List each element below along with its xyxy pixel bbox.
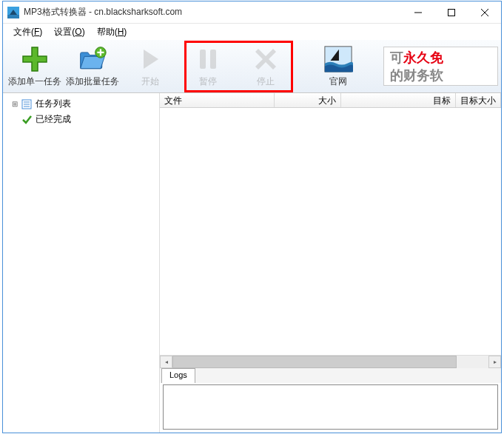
shark-icon: [323, 44, 353, 74]
svg-rect-1: [7, 15, 19, 18]
pause-button[interactable]: 暂停: [179, 41, 237, 92]
toolbar-label: 开始: [141, 75, 159, 88]
svg-rect-10: [210, 50, 216, 69]
col-header-target[interactable]: 目标: [341, 93, 456, 107]
menu-help[interactable]: 帮助(H): [91, 24, 133, 40]
titlebar: MP3格式转换器 - cn.blacksharksoft.com: [3, 1, 501, 24]
play-icon: [135, 44, 165, 74]
menu-settings[interactable]: 设置(O): [48, 24, 90, 40]
sidebar-label: 已经完成: [36, 113, 71, 126]
window-title: MP3格式转换器 - cn.blacksharksoft.com: [24, 6, 401, 18]
ad-banner[interactable]: 可永久免 的财务软: [383, 47, 498, 86]
app-icon: [7, 7, 19, 18]
col-header-size[interactable]: 大小: [275, 93, 341, 107]
sidebar-item-tasklist[interactable]: ⊞ 任务列表: [3, 96, 159, 112]
logs-body[interactable]: [163, 384, 498, 430]
add-batch-task-button[interactable]: 添加批量任务: [64, 41, 121, 92]
svg-rect-3: [448, 9, 454, 16]
list-body[interactable]: [160, 108, 501, 355]
toolbar: 添加单一任务 添加批量任务 开始: [3, 40, 501, 93]
toolbar-label: 添加单一任务: [8, 75, 61, 88]
expander-icon: ⊞: [12, 100, 21, 108]
list-icon: [21, 98, 33, 110]
svg-rect-9: [200, 50, 206, 69]
logs-panel: Logs: [160, 367, 501, 433]
sidebar-item-completed[interactable]: 已经完成: [3, 112, 159, 127]
start-button[interactable]: 开始: [121, 41, 179, 92]
close-button[interactable]: [468, 1, 501, 23]
toolbar-label: 暂停: [199, 75, 217, 88]
folder-plus-icon: [78, 44, 107, 74]
add-single-task-button[interactable]: 添加单一任务: [6, 41, 64, 92]
ad-line-2: 的财务软: [390, 67, 497, 84]
main-panel: 文件 大小 目标 目标大小 ◂ ▸ Logs: [160, 93, 501, 433]
logs-tab[interactable]: Logs: [161, 368, 195, 383]
sidebar-label: 任务列表: [36, 98, 71, 110]
plus-icon: [20, 44, 50, 74]
scroll-track[interactable]: [172, 356, 488, 368]
ad-line-1: 可永久免: [390, 49, 497, 67]
toolbar-label: 添加批量任务: [66, 75, 119, 88]
sidebar: ⊞ 任务列表 已经完成: [3, 93, 160, 433]
x-icon: [251, 44, 280, 74]
check-icon: [21, 114, 33, 126]
content-area: ⊞ 任务列表 已经完成 文件 大小 目标 目标大小: [3, 93, 501, 433]
col-header-target-size[interactable]: 目标大小: [456, 93, 501, 107]
pause-icon: [193, 44, 223, 74]
minimize-button[interactable]: [401, 1, 434, 23]
scroll-right-arrow[interactable]: ▸: [488, 356, 501, 368]
scroll-left-arrow[interactable]: ◂: [160, 356, 172, 368]
toolbar-label: 官网: [329, 75, 347, 88]
menubar: 文件(F) 设置(O) 帮助(H): [3, 24, 501, 40]
maximize-button[interactable]: [434, 1, 468, 23]
horizontal-scrollbar[interactable]: ◂ ▸: [160, 355, 501, 367]
col-header-file[interactable]: 文件: [160, 93, 275, 107]
website-button[interactable]: 官网: [309, 41, 367, 92]
scroll-thumb[interactable]: [172, 356, 457, 368]
toolbar-label: 停止: [257, 75, 275, 88]
list-header: 文件 大小 目标 目标大小: [160, 93, 501, 108]
stop-button[interactable]: 停止: [237, 41, 295, 92]
menu-file[interactable]: 文件(F): [7, 24, 48, 40]
